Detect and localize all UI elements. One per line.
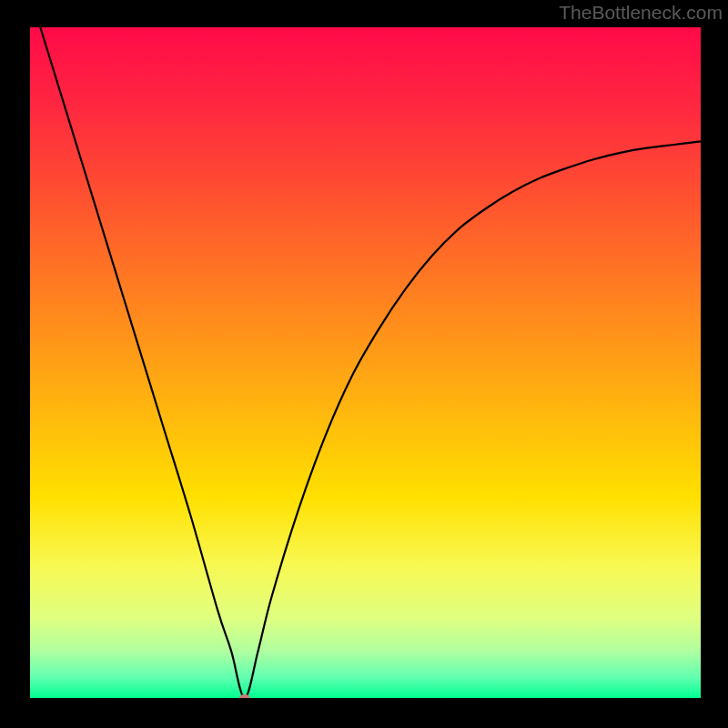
watermark-text: TheBottleneck.com <box>559 2 723 24</box>
chart-svg <box>0 0 728 728</box>
chart-container: TheBottleneck.com <box>0 0 728 728</box>
plot-background <box>30 27 701 698</box>
